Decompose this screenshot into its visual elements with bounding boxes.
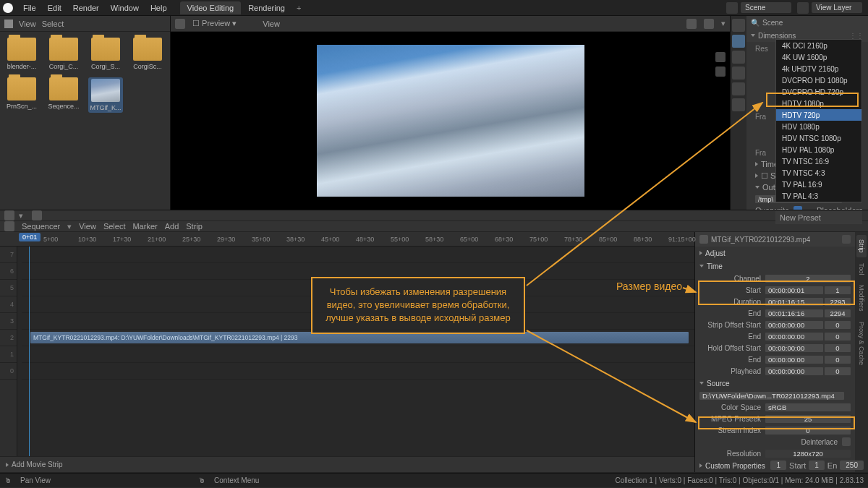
file-browser-type-icon[interactable] (4, 20, 13, 28)
overwrite-checkbox[interactable] (793, 206, 802, 210)
preview-tool-icon[interactable] (715, 52, 726, 62)
file-item[interactable]: Corgi_S... (88, 38, 123, 70)
file-item[interactable]: Corgi_C... (46, 38, 81, 70)
deinterlace-checkbox[interactable] (842, 437, 851, 446)
preset-item[interactable]: HDV NTSC 1080p (776, 132, 861, 144)
start-frame-input[interactable]: 1 (809, 461, 825, 470)
colorspace-value[interactable]: sRGB (765, 403, 851, 411)
preset-item[interactable]: DVCPRO HD 1080p (776, 74, 861, 86)
menu-file[interactable]: File (17, 2, 42, 14)
track-row[interactable] (22, 346, 694, 363)
hold-offset-start-value[interactable]: 00:00:00:00 (765, 344, 823, 352)
preset-item[interactable]: TV PAL 4:3 (776, 190, 861, 202)
track-row[interactable] (22, 363, 694, 380)
prop-tab-render-icon[interactable] (732, 19, 745, 32)
preset-item[interactable]: 4k UHDTV 2160p (776, 63, 861, 74)
strip-offset-start-value[interactable]: 00:00:00:00 (765, 321, 823, 329)
prop-tab-output-icon[interactable] (732, 35, 745, 48)
source-section-header[interactable]: Source (707, 380, 730, 388)
preview-editor-type-icon[interactable] (175, 19, 185, 29)
preview-toggle-1-icon[interactable] (686, 19, 697, 29)
dimensions-panel-header[interactable]: Dimensions (758, 32, 796, 40)
ruler-tick: 78+30 (564, 236, 582, 243)
ruler-tick: 48+30 (356, 236, 374, 243)
preview-tool-icon[interactable] (715, 67, 726, 77)
folder-icon (7, 38, 36, 61)
file-item[interactable]: PrnScn_... (4, 77, 39, 113)
menu-help[interactable]: Help (145, 2, 173, 14)
preset-item[interactable]: 4K UW 1600p (776, 51, 861, 63)
time-section-header[interactable]: Time (707, 262, 723, 270)
preview-toggle-2-icon[interactable] (704, 19, 714, 29)
sidepanel-tab-proxy[interactable]: Proxy & Cache (856, 317, 867, 369)
end-frame-input[interactable]: 250 (840, 461, 864, 470)
preset-item[interactable]: TV NTSC 4:3 (776, 167, 861, 179)
scene-icon[interactable] (726, 2, 738, 14)
seq-tool-cursor-icon[interactable] (32, 210, 42, 221)
prop-tab-scene-icon[interactable] (732, 67, 745, 80)
seq-tool-icon[interactable] (4, 210, 14, 221)
preset-item[interactable]: TV NTSC 16:9 (776, 155, 861, 167)
prop-tab-viewlayer-icon[interactable] (732, 51, 745, 64)
file-item[interactable]: CorgiSc... (130, 38, 165, 70)
strip-offset-start-label: Strip Offset Start (699, 321, 765, 329)
end-label: End (699, 309, 765, 317)
seq-menu-view[interactable]: View (79, 222, 96, 231)
prop-tab-world-icon[interactable] (732, 82, 745, 95)
scene-name-input[interactable] (741, 2, 791, 13)
adjust-section-header[interactable]: Adjust (705, 249, 726, 257)
track-number-label: 2 (0, 330, 17, 346)
fb-menu-view[interactable]: View (19, 20, 36, 28)
strip-mute-checkbox[interactable] (842, 235, 851, 244)
sidepanel-tab-strip[interactable]: Strip (856, 235, 867, 257)
seq-menu-strip[interactable]: Strip (186, 222, 203, 231)
menu-render[interactable]: Render (67, 2, 105, 14)
viewlayer-icon[interactable] (797, 2, 809, 14)
prop-tab-object-icon[interactable] (732, 98, 745, 111)
workspace-tab-rendering[interactable]: Rendering (241, 1, 292, 14)
sequencer-timeline[interactable]: 0+01 5+0010+3017+3021+0025+3029+3035+003… (0, 232, 694, 472)
seq-editor-type-icon[interactable] (4, 221, 14, 231)
preset-item[interactable]: HDV 1080p (776, 121, 861, 132)
sequencer-mode-dropdown[interactable]: Sequencer (22, 222, 60, 231)
menu-edit[interactable]: Edit (42, 2, 67, 14)
annotation-video-size-label: Размер видео (616, 281, 682, 292)
preview-mode-dropdown[interactable]: ☐ Preview ▾ (192, 19, 237, 28)
preset-item[interactable]: HDV PAL 1080p (776, 144, 861, 155)
playhead-line[interactable] (29, 247, 30, 456)
file-item[interactable]: blender-... (4, 38, 39, 70)
ruler-tick: 68+30 (495, 236, 513, 243)
seq-menu-marker[interactable]: Marker (132, 222, 157, 231)
sidepanel-tab-modifiers[interactable]: Modifiers (856, 281, 867, 316)
file-item[interactable]: Seqence... (46, 77, 81, 113)
add-workspace-button[interactable]: + (292, 2, 305, 14)
strip-offset-end-value[interactable]: 00:00:00:00 (765, 333, 823, 341)
strip-properties-panel: MTGif_KYTR0221012293.mp4 Adjust Time Cha… (694, 232, 868, 472)
preset-item[interactable]: HDTV 720p (776, 109, 861, 121)
menu-window[interactable]: Window (105, 2, 145, 14)
file-name-label: blender-... (4, 63, 39, 70)
track-row[interactable] (22, 247, 694, 263)
file-item[interactable]: MTGif_K... (88, 77, 123, 113)
end-value: 00:01:16:16 (765, 309, 823, 317)
placeholders-label: Placeholders (817, 206, 863, 210)
workspace-tab-video-editing[interactable]: Video Editing (180, 1, 242, 14)
highlight-resolution (698, 416, 855, 429)
seq-menu-select[interactable]: Select (103, 222, 126, 231)
fb-menu-select[interactable]: Select (42, 20, 64, 28)
new-preset-field[interactable]: New Preset (775, 211, 862, 224)
seq-menu-add[interactable]: Add (165, 222, 179, 231)
current-frame-input[interactable]: 1 (770, 461, 786, 470)
hold-offset-end-label: End (699, 356, 765, 364)
resolution-preset-dropdown: 4K DCI 2160p4K UW 1600p4k UHDTV 2160pDVC… (775, 39, 862, 202)
preset-item[interactable]: 4K DCI 2160p (776, 40, 861, 51)
preview-view-menu[interactable]: View (263, 20, 280, 28)
source-path-field[interactable]: D:\YUWFolder\Down...TR0221012293.mp4 (699, 392, 844, 400)
add-movie-strip-button[interactable]: Add Movie Strip (12, 461, 63, 468)
preset-item[interactable]: TV PAL 16:9 (776, 179, 861, 190)
custom-properties-header[interactable]: Custom Properties (705, 462, 765, 470)
viewlayer-name-input[interactable] (812, 2, 862, 13)
ruler-tick: 91:15+00 (668, 236, 696, 243)
sidepanel-tab-tool[interactable]: Tool (856, 259, 867, 280)
hold-offset-end-value[interactable]: 00:00:00:00 (765, 356, 823, 364)
